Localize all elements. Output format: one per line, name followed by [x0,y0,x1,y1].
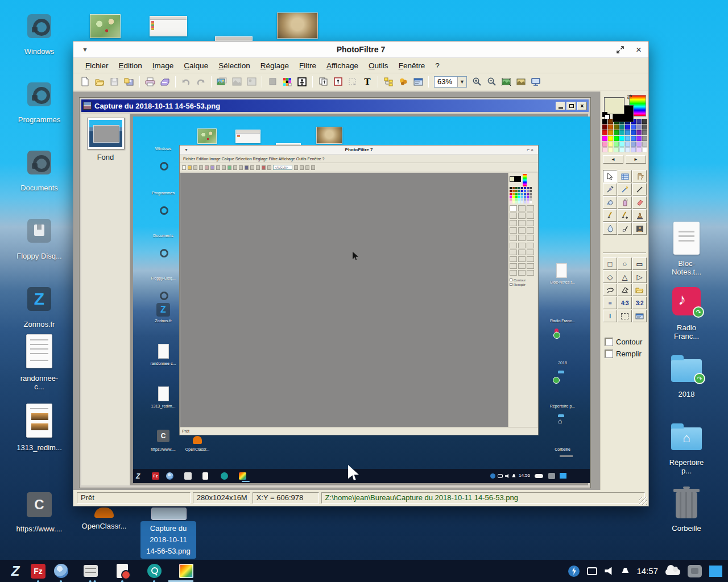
color-palette-grid[interactable] [602,119,647,152]
scanner-button[interactable] [158,75,172,89]
image-window-title-bar[interactable]: Capture du 2018-10-11 14-56-53.png × [81,99,589,112]
zorin-menu-button[interactable]: Z [8,564,23,579]
palette-swatch[interactable] [614,130,619,135]
desktop-icon-corbeille[interactable]: Corbeille [664,488,709,533]
selection-dashed-button[interactable] [618,310,632,322]
tool-eyedropper[interactable] [603,183,617,196]
palette-swatch[interactable] [619,124,624,130]
menu-item[interactable]: Calque [179,60,213,72]
palette-swatch[interactable] [631,147,636,152]
palette-swatch[interactable] [602,130,607,135]
desktop-icon-openclassrooms[interactable]: OpenClassr... [81,508,127,530]
swap-colors-icon[interactable]: ⇄ [627,93,632,101]
shape-rectangle[interactable]: □ [603,257,617,270]
ratio-4-3-button[interactable]: 4:3 [618,297,632,309]
palette-swatch[interactable] [619,136,624,141]
plugins-button[interactable] [396,75,410,89]
ratio-identity-button[interactable]: I [603,310,617,322]
display-icon[interactable] [587,567,597,575]
palette-swatch[interactable] [625,136,630,141]
desktop-icon-repertoire[interactable]: ⌂ Répertoire p... [664,422,709,475]
shape-triangle[interactable]: △ [618,271,632,283]
palette-swatch[interactable] [608,124,613,130]
desktop-thumbnail-photo[interactable] [277,13,318,39]
palette-swatch[interactable] [642,136,647,141]
weather-cloud-icon[interactable] [665,569,680,575]
paste-selection-gray-button[interactable] [346,75,359,89]
shape-lasso[interactable] [603,284,617,296]
chevron-down-icon[interactable]: ▼ [457,77,466,87]
image-gray2-button[interactable] [245,75,258,89]
open-file-button[interactable] [93,75,106,89]
shape-rounded-rect[interactable]: ▭ [632,257,647,270]
default-colors-icon[interactable] [602,112,607,117]
notifications-bell-icon[interactable] [621,568,629,575]
redo-button[interactable] [194,75,208,89]
tool-line[interactable] [632,183,647,196]
maximize-icon[interactable] [616,45,624,54]
zoom-auto-button[interactable] [499,75,513,89]
tool-spray[interactable] [618,196,632,209]
selection-options-button[interactable] [632,310,647,322]
palette-swatch[interactable] [642,147,647,152]
tool-retouch[interactable] [632,222,647,235]
full-screen-button[interactable] [529,75,543,89]
title-bar[interactable]: ▼ PhotoFiltre 7 × [73,41,648,58]
full-size-button[interactable] [514,75,528,89]
tool-blur-drop[interactable] [603,222,617,235]
tool-fill[interactable] [603,196,617,209]
desktop-icon-floppy[interactable]: Floppy Disq... [16,219,62,260]
workspace-switcher-icon[interactable] [688,565,702,577]
palette-swatch[interactable] [631,142,636,147]
palette-swatch[interactable] [636,124,642,130]
palette-swatch[interactable] [614,142,619,147]
duplicate-button[interactable] [316,75,330,89]
palette-swatch[interactable] [608,142,613,147]
menu-item[interactable]: Outils [363,60,394,72]
palette-swatch[interactable] [642,119,647,124]
desktop-icon-https[interactable]: C https://www.... [16,492,62,533]
undo-button[interactable] [179,75,193,89]
palette-swatch[interactable] [602,136,607,141]
files-button[interactable] [83,564,98,579]
palette-swatch[interactable] [614,136,619,141]
shape-polygon[interactable] [618,284,632,296]
save-as-button[interactable] [122,75,136,89]
print-button[interactable] [143,75,157,89]
palette-swatch[interactable] [602,124,607,130]
show-desktop-icon[interactable] [709,566,722,577]
filezilla-button[interactable]: Fz [31,564,46,579]
save-button[interactable] [107,75,121,89]
palette-swatch[interactable] [625,142,630,147]
desktop-icon-programmes[interactable]: Programmes [16,82,62,124]
tool-smudge[interactable] [618,222,632,235]
ratio-3-2-button[interactable]: 3:2 [632,297,647,309]
contour-checkbox[interactable]: Contour [605,338,642,346]
palette-swatch[interactable] [631,124,636,130]
palette-swatch[interactable] [619,142,624,147]
palette-swatch[interactable] [636,136,642,141]
menu-item[interactable]: Image [147,60,179,72]
desktop-icon-windows[interactable]: Windows [16,14,62,56]
menu-item[interactable]: Filtre [294,60,321,72]
menu-item[interactable]: Fichier [80,60,114,72]
layer-thumbnail[interactable] [87,118,125,149]
tool-advanced-brush[interactable] [618,209,632,222]
photo-browser-button[interactable] [215,75,229,89]
palette-swatch[interactable] [642,142,647,147]
desktop-icon-blocnotes[interactable]: Bloc-Notes.t... [664,222,709,276]
palette-swatch[interactable] [631,130,636,135]
tool-clone-stamp[interactable] [632,209,647,222]
tool-window-button[interactable] [411,75,425,89]
checkbox-icon[interactable] [605,338,613,346]
palette-swatch[interactable] [608,136,613,141]
palette-swatch[interactable] [636,147,642,152]
tool-magic-wand[interactable] [618,183,632,196]
minimize-button[interactable] [556,102,565,110]
tool-hand[interactable] [632,170,647,182]
palette-swatch[interactable] [619,147,624,152]
palette-swatch[interactable] [619,130,624,135]
menu-item[interactable]: Edition [114,60,147,72]
desktop-icon-zorinos[interactable]: Z Zorinos.fr [16,287,62,329]
desktop-icon-2018[interactable]: ↷ 2018 [664,354,709,398]
